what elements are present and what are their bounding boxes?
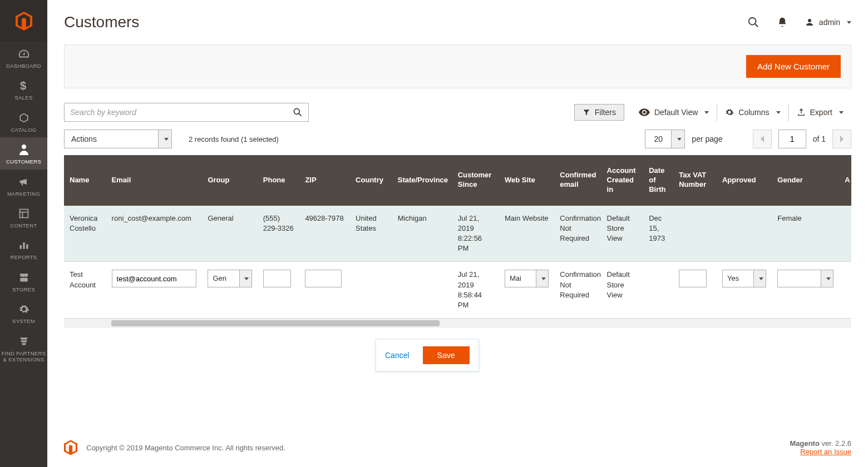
add-new-customer-button[interactable]: Add New Customer xyxy=(746,55,841,78)
col-website[interactable]: Web Site xyxy=(499,155,554,206)
sidebar-item-label: CUSTOMERS xyxy=(6,158,41,165)
cell-email: roni_cost@example.com xyxy=(106,206,203,262)
cell-zip: 49628-7978 xyxy=(299,206,350,262)
funnel-icon xyxy=(583,108,590,116)
save-button[interactable]: Save xyxy=(423,346,470,364)
sidebar-item-label: REPORTS xyxy=(11,254,37,260)
chevron-down-icon xyxy=(541,277,546,280)
sidebar-item-reports[interactable]: REPORTS xyxy=(0,233,47,265)
svg-rect-5 xyxy=(19,245,21,249)
horizontal-scrollbar[interactable] xyxy=(64,319,851,328)
cell-created-in: Default Store View xyxy=(601,206,644,262)
chevron-down-icon xyxy=(759,277,763,280)
cell-name: Veronica Costello xyxy=(64,206,106,262)
default-view-label: Default View xyxy=(654,108,698,117)
toolbar: Filters Default View Columns Export xyxy=(64,103,851,122)
sidebar-item-dashboard[interactable]: DASHBOARD xyxy=(0,42,47,73)
sidebar-item-catalog[interactable]: CATALOG xyxy=(0,106,47,137)
col-zip[interactable]: ZIP xyxy=(299,155,350,206)
bulk-actions-caret[interactable] xyxy=(159,130,172,148)
col-approved[interactable]: Approved xyxy=(717,155,772,206)
col-overflow[interactable]: A xyxy=(839,155,851,206)
edit-group-caret[interactable] xyxy=(240,270,252,287)
cancel-link[interactable]: Cancel xyxy=(385,351,410,360)
page-size-select[interactable]: 20 xyxy=(645,130,685,148)
edit-website-select[interactable]: Mai xyxy=(505,270,549,287)
footer-version-label: Magento xyxy=(790,439,819,448)
edit-gender-caret[interactable] xyxy=(821,270,834,287)
search-input[interactable] xyxy=(64,103,309,122)
edit-approved-select[interactable]: Yes xyxy=(722,270,766,287)
edit-gender-select[interactable] xyxy=(777,270,834,287)
sidebar-item-label: FIND PARTNERS & EXTENSIONS xyxy=(0,350,47,363)
person-icon xyxy=(17,143,31,156)
col-dob[interactable]: Date of Birth xyxy=(643,155,673,206)
chevron-down-icon xyxy=(839,111,844,114)
bulk-actions-label: Actions xyxy=(64,130,159,148)
sidebar-item-sales[interactable]: $ SALES xyxy=(0,73,47,105)
sidebar: DASHBOARD $ SALES CATALOG CUSTOMERS MARK… xyxy=(0,0,47,467)
footer-right: Magento ver. 2.2.6 Report an Issue xyxy=(790,439,851,456)
magento-footer-icon xyxy=(64,440,77,455)
filters-label: Filters xyxy=(595,108,616,117)
edit-website-caret[interactable] xyxy=(536,270,549,287)
sidebar-item-content[interactable]: CONTENT xyxy=(0,201,47,233)
col-gender[interactable]: Gender xyxy=(772,155,839,206)
col-group[interactable]: Group xyxy=(202,155,257,206)
scrollbar-thumb[interactable] xyxy=(111,320,440,326)
edit-zip-input[interactable] xyxy=(305,270,342,287)
col-state[interactable]: State/Province xyxy=(392,155,452,206)
report-issue-link[interactable]: Report an Issue xyxy=(800,448,851,456)
sidebar-item-marketing[interactable]: MARKETING xyxy=(0,170,47,201)
export-label: Export xyxy=(810,108,832,117)
col-email[interactable]: Email xyxy=(106,155,203,206)
pager-next[interactable] xyxy=(832,130,851,148)
cell-tax-vat xyxy=(673,206,717,262)
cell-since: Jul 21, 2019 8:58:44 PM xyxy=(452,262,499,319)
pager-prev[interactable] xyxy=(753,130,772,148)
controls-right: 20 per page of 1 xyxy=(645,130,851,148)
col-name[interactable]: Name xyxy=(64,155,106,206)
chevron-down-icon xyxy=(244,277,249,280)
sidebar-item-system[interactable]: SYSTEM xyxy=(0,297,47,329)
bell-icon[interactable] xyxy=(776,16,789,29)
col-since[interactable]: Customer Since xyxy=(452,155,499,206)
eye-icon xyxy=(639,108,650,116)
records-found: 2 records found (1 selected) xyxy=(189,135,279,143)
default-view-button[interactable]: Default View xyxy=(631,103,717,121)
table-wrap: Name Email Group Phone ZIP Country State… xyxy=(47,155,868,319)
edit-phone-input[interactable] xyxy=(263,270,291,287)
sidebar-item-stores[interactable]: STORES xyxy=(0,265,47,297)
col-created-in[interactable]: Account Created in xyxy=(601,155,644,206)
cell-state xyxy=(392,262,452,319)
edit-approved-value: Yes xyxy=(722,270,754,287)
table-row[interactable]: Veronica Costello roni_cost@example.com … xyxy=(64,206,851,262)
pager-of: of 1 xyxy=(813,135,826,143)
search-icon[interactable] xyxy=(747,16,760,29)
dollar-icon: $ xyxy=(17,79,31,92)
col-tax-vat[interactable]: Tax VAT Number xyxy=(673,155,717,206)
col-confirmed[interactable]: Confirmed email xyxy=(554,155,601,206)
edit-approved-caret[interactable] xyxy=(754,270,766,287)
table-row-editing[interactable]: Test Account Gen Jul 21, 2019 8:58 xyxy=(64,262,851,319)
user-menu[interactable]: admin xyxy=(805,17,851,27)
sidebar-item-find-partners[interactable]: FIND PARTNERS & EXTENSIONS xyxy=(0,329,47,367)
bulk-actions-select[interactable]: Actions xyxy=(64,130,172,148)
columns-button[interactable]: Columns xyxy=(717,103,788,121)
edit-tax-vat-input[interactable] xyxy=(679,270,707,287)
sidebar-item-customers[interactable]: CUSTOMERS xyxy=(0,137,47,169)
col-country[interactable]: Country xyxy=(350,155,392,206)
pager-current[interactable] xyxy=(778,130,806,148)
edit-group-select[interactable]: Gen xyxy=(208,270,251,287)
svg-text:$: $ xyxy=(20,80,26,92)
col-phone[interactable]: Phone xyxy=(258,155,300,206)
export-button[interactable]: Export xyxy=(789,103,851,121)
megaphone-icon xyxy=(17,175,31,188)
columns-label: Columns xyxy=(738,108,769,117)
page-size-caret[interactable] xyxy=(672,130,685,148)
cell-name: Test Account xyxy=(64,262,106,319)
search-button[interactable] xyxy=(287,103,309,122)
filters-button[interactable]: Filters xyxy=(574,104,624,121)
edit-email-input[interactable] xyxy=(112,270,197,287)
content-icon xyxy=(17,207,31,220)
